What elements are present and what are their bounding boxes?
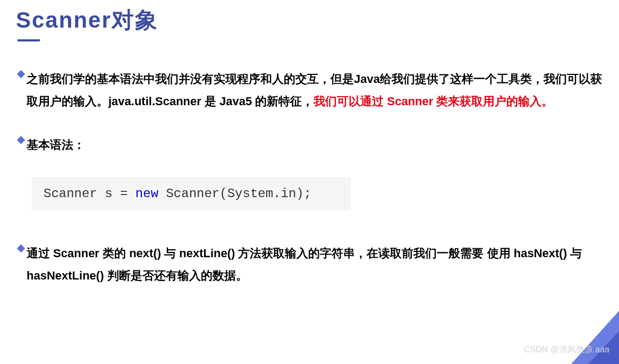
watermark: CSDN @清风微凉 aaa: [524, 344, 609, 355]
bullet-text-2: 基本语法：: [27, 134, 603, 156]
code-keyword: new: [135, 187, 158, 201]
code-part2: Scanner(System.in);: [158, 187, 311, 201]
bullet-item-1: 之前我们学的基本语法中我们并没有实现程序和人的交互，但是Java给我们提供了这样…: [16, 68, 603, 113]
bullet-text-1: 之前我们学的基本语法中我们并没有实现程序和人的交互，但是Java给我们提供了这样…: [27, 68, 603, 113]
bullet-1-highlight: 我们可以通过 Scanner 类来获取用户的输入。: [313, 95, 553, 108]
bullet-item-2: 基本语法：: [16, 134, 603, 156]
bullet-item-3: 通过 Scanner 类的 next() 与 nextLine() 方法获取输入…: [16, 242, 603, 287]
code-part1: Scanner s =: [44, 187, 135, 201]
code-block: Scanner s = new Scanner(System.in);: [32, 177, 351, 210]
page-title: Scanner对象: [16, 5, 603, 35]
bullet-text-3: 通过 Scanner 类的 next() 与 nextLine() 方法获取输入…: [27, 242, 603, 287]
title-underline: [18, 39, 40, 41]
